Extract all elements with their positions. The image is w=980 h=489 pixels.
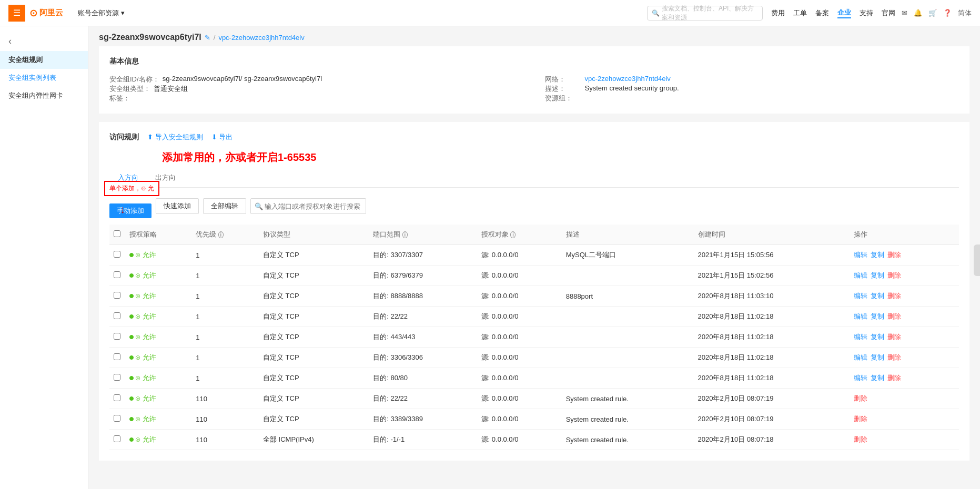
sidebar-item-eni[interactable]: 安全组内弹性网卡 [0, 87, 88, 105]
table-row: ⊙ 允许1自定义 TCP目的: 443/443源: 0.0.0.0/02020年… [109, 327, 959, 348]
sidebar-item-instances[interactable]: 安全组实例列表 [0, 69, 88, 87]
nav-item-support[interactable]: 支持 [860, 8, 873, 18]
row-checkbox[interactable] [114, 251, 120, 258]
table-row: ⊙ 允许1自定义 TCP目的: 8888/8888源: 0.0.0.0/0888… [109, 286, 959, 307]
action-编辑[interactable]: 编辑 [854, 292, 867, 300]
action-编辑[interactable]: 编辑 [854, 312, 867, 320]
action-删除[interactable]: 删除 [854, 435, 867, 443]
row-checkbox[interactable] [114, 435, 120, 442]
th-policy: 授权策略 [125, 225, 191, 245]
language-switch[interactable]: 简体 [958, 8, 972, 18]
row-desc: MySQL二号端口 [562, 245, 694, 266]
table-search-input[interactable] [250, 198, 366, 214]
action-编辑[interactable]: 编辑 [854, 271, 867, 279]
action-删除[interactable]: 删除 [887, 333, 901, 341]
export-rules-link[interactable]: ⬇ 导出 [211, 133, 233, 142]
row-checkbox[interactable] [114, 415, 120, 422]
help-icon[interactable]: ❓ [943, 9, 952, 17]
vpc-link[interactable]: vpc-2zehowzce3jhh7ntd4eiv [585, 75, 671, 83]
action-编辑[interactable]: 编辑 [854, 374, 867, 382]
action-删除[interactable]: 删除 [887, 312, 901, 320]
rules-section: 访问规则 ⬆ 导入安全组规则 ⬇ 导出 添加常用的，亦或者开启1-65535 入… [99, 122, 969, 461]
value-id: sg-2zeanx9swovcap6tyi7l/ sg-2zeanx9swovc… [163, 75, 322, 83]
nav-item-enterprise[interactable]: 企业 [837, 8, 851, 18]
row-source: 源: 0.0.0.0/0 [477, 266, 562, 286]
row-protocol: 全部 ICMP(IPv4) [259, 430, 369, 450]
row-desc: System created rule. [562, 409, 694, 430]
action-删除[interactable]: 删除 [887, 271, 901, 279]
edit-all-button[interactable]: 全部编辑 [203, 198, 246, 214]
action-编辑[interactable]: 编辑 [854, 353, 867, 361]
action-复制[interactable]: 复制 [871, 292, 884, 300]
th-desc: 描述 [562, 225, 694, 245]
back-button[interactable]: ‹ [0, 32, 88, 51]
nav-item-fee[interactable]: 费用 [771, 8, 785, 18]
action-复制[interactable]: 复制 [871, 333, 884, 341]
rules-header: 访问规则 ⬆ 导入安全组规则 ⬇ 导出 [109, 133, 959, 142]
action-复制[interactable]: 复制 [871, 374, 884, 382]
row-checkbox[interactable] [114, 292, 120, 299]
row-priority: 1 [191, 266, 259, 286]
row-checkbox[interactable] [114, 374, 120, 381]
action-编辑[interactable]: 编辑 [854, 333, 867, 341]
action-删除[interactable]: 删除 [887, 374, 901, 382]
row-checkbox[interactable] [114, 312, 120, 319]
row-priority: 1 [191, 368, 259, 389]
row-port: 目的: 3306/3306 [369, 348, 477, 368]
row-priority: 1 [191, 286, 259, 307]
manual-add-button[interactable]: 手动添加 [109, 203, 151, 218]
breadcrumb-vpc-link[interactable]: vpc-2zehowzce3jhh7ntd4eiv [218, 34, 304, 42]
hamburger-button[interactable]: ☰ [8, 5, 25, 22]
policy-dot [129, 355, 134, 360]
quick-add-button[interactable]: 快速添加 [156, 198, 199, 214]
hamburger-icon: ☰ [13, 8, 21, 18]
th-source: 授权对象 i [477, 225, 562, 245]
row-checkbox-cell [109, 368, 125, 389]
action-复制[interactable]: 复制 [871, 251, 884, 259]
row-checkbox-cell [109, 430, 125, 450]
action-复制[interactable]: 复制 [871, 353, 884, 361]
row-checkbox-cell [109, 266, 125, 286]
action-删除[interactable]: 删除 [854, 415, 867, 423]
nav-search-box[interactable]: 🔍 搜索文档、控制台、API、解决方案和资源 [647, 6, 763, 21]
action-删除[interactable]: 删除 [887, 353, 901, 361]
row-actions: 删除 [850, 430, 959, 450]
nav-icons: ✉ 🔔 🛒 ❓ 简体 [902, 8, 972, 18]
action-删除[interactable]: 删除 [887, 251, 901, 259]
import-rules-link[interactable]: ⬆ 导入安全组规则 [147, 133, 203, 142]
info-row-tag: 标签： [109, 94, 524, 103]
action-删除[interactable]: 删除 [854, 394, 867, 402]
arrow-icon: ↓ [120, 203, 125, 216]
row-desc [562, 266, 694, 286]
policy-text: ⊙ 允许 [135, 373, 156, 383]
scroll-indicator[interactable] [974, 244, 980, 276]
breadcrumb: sg-2zeanx9swovcap6tyi7l ✎ / vpc-2zehowzc… [99, 26, 969, 46]
row-source: 源: 0.0.0.0/0 [477, 245, 562, 266]
action-编辑[interactable]: 编辑 [854, 251, 867, 259]
row-checkbox[interactable] [114, 353, 120, 360]
nav-item-ticket[interactable]: 工单 [793, 8, 807, 18]
action-删除[interactable]: 删除 [887, 292, 901, 300]
select-all-checkbox[interactable] [114, 230, 120, 237]
row-checkbox[interactable] [114, 333, 120, 340]
nav-item-icp[interactable]: 备案 [815, 8, 829, 18]
row-policy: ⊙ 允许 [125, 348, 191, 368]
row-checkbox-cell [109, 348, 125, 368]
breadcrumb-edit-icon[interactable]: ✎ [205, 34, 210, 42]
row-desc: System created rule. [562, 430, 694, 450]
bell-icon[interactable]: 🔔 [914, 9, 922, 17]
row-policy: ⊙ 允许 [125, 266, 191, 286]
account-selector[interactable]: 账号全部资源 ▾ [78, 8, 125, 18]
policy-text: ⊙ 允许 [135, 332, 156, 342]
sidebar: ‹ 安全组规则 安全组实例列表 安全组内弹性网卡 [0, 26, 88, 489]
policy-text: ⊙ 允许 [135, 312, 156, 321]
cart-icon[interactable]: 🛒 [928, 9, 937, 17]
basic-info-title: 基本信息 [109, 57, 959, 66]
row-checkbox[interactable] [114, 271, 120, 278]
action-复制[interactable]: 复制 [871, 312, 884, 320]
priority-info-icon: i [218, 231, 224, 238]
row-checkbox[interactable] [114, 394, 120, 401]
mail-icon[interactable]: ✉ [902, 9, 907, 17]
nav-item-official[interactable]: 官网 [882, 8, 895, 18]
action-复制[interactable]: 复制 [871, 271, 884, 279]
